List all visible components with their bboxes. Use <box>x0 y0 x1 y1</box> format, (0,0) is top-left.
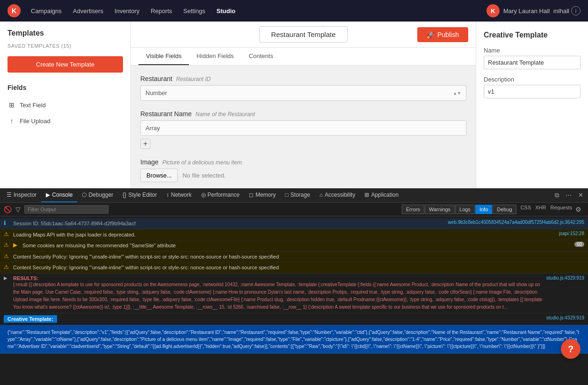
restaurant-field-arrows: ▲▼ <box>453 91 461 96</box>
results-text: {:result ({:description A template to us… <box>13 281 544 311</box>
log-entry-csp1: ⚠ Content Security Policy: Ignoring "'un… <box>0 252 588 263</box>
network-icon: ↕ <box>166 192 169 198</box>
log-text-csp1: Content Security Policy: Ignoring "'unsa… <box>13 253 584 261</box>
restaurant-field-row: Restaurant Restaurant ID Number ▲▼ <box>140 75 466 101</box>
restaurant-name-field-input[interactable]: Array <box>140 120 466 136</box>
restaurant-name-field-row: Restaurant Name Name of the Restaurant A… <box>140 110 466 149</box>
description-field-label: Description <box>484 76 581 83</box>
restaurant-name-field-sublabel: Name of the Restaurant <box>196 111 255 118</box>
inspector-icon: ☰ <box>7 192 12 198</box>
name-input[interactable] <box>484 56 581 69</box>
errors-btn[interactable]: Errors <box>402 205 424 214</box>
triangle-icon-cookies: ▶ <box>13 242 20 248</box>
create-template-button[interactable]: Create New Template <box>7 56 123 73</box>
storage-icon: □ <box>285 192 289 198</box>
file-upload-label: File Upload <box>20 118 51 125</box>
image-field-row: Image Picture of a delicious menu item B… <box>140 158 466 182</box>
clear-console-icon[interactable]: 🚫 <box>4 206 12 213</box>
no-file-label: No file selected. <box>182 172 226 179</box>
text-field-label: Text Field <box>20 102 46 109</box>
file-upload-item[interactable]: ↑ File Upload <box>7 113 123 129</box>
image-field-sublabel: Picture of a delicious menu item <box>162 159 242 166</box>
left-sidebar: Templates SAVED TEMPLATES (15) Create Ne… <box>0 22 131 188</box>
inspector-label: Inspector <box>14 192 36 198</box>
info-btn[interactable]: Info <box>475 205 492 214</box>
devtools-dock-button[interactable]: ⧉ <box>552 190 562 201</box>
console-settings-icon[interactable]: ⚙ <box>573 205 584 214</box>
log-link-maps[interactable]: jsapi:152:28 <box>559 231 584 236</box>
help-fab-button[interactable]: ? <box>561 339 581 359</box>
devtools-tabs: ☰ Inspector ▶ Console ⬡ Debugger {} Styl… <box>0 188 588 203</box>
devtools-tab-memory[interactable]: ◻ Memory <box>244 188 280 202</box>
devtools-tab-network[interactable]: ↕ Network <box>161 188 196 202</box>
tabs-bar: Visible Fields Hidden Fields Contents <box>131 48 476 66</box>
debug-btn[interactable]: Debug <box>493 205 516 214</box>
devtools-tab-accessibility[interactable]: ⌂ Accessibility <box>315 188 360 202</box>
devtools-tab-debugger[interactable]: ⬡ Debugger <box>77 188 118 202</box>
nav-inventory[interactable]: Inventory <box>110 5 144 17</box>
tab-visible-fields[interactable]: Visible Fields <box>138 48 189 65</box>
devtools-tab-application[interactable]: ⊞ Application <box>360 188 403 202</box>
publish-label: Publish <box>437 31 459 38</box>
right-panel: Creative Template Name Description <box>476 22 588 188</box>
user-menu[interactable]: K Mary Lauran Hall mlhall <box>486 4 569 17</box>
results-link[interactable]: studio.js:4329:919 <box>546 275 584 281</box>
devtools-tab-performance[interactable]: ◎ Performance <box>196 188 245 202</box>
results-expand-icon[interactable]: ▶ <box>4 275 10 281</box>
top-navigation: K Campaigns Advertisers Inventory Report… <box>0 0 588 22</box>
log-link-session[interactable]: web.9b3c8eb1c4005834524a7a4ad00df5725f4a… <box>448 220 584 225</box>
nav-settings[interactable]: Settings <box>179 5 210 17</box>
tab-contents[interactable]: Contents <box>241 48 281 65</box>
devtools-panel: ☰ Inspector ▶ Console ⬡ Debugger {} Styl… <box>0 188 588 385</box>
browse-button[interactable]: Browse... <box>140 169 178 182</box>
devtools-tab-inspector[interactable]: ☰ Inspector <box>2 188 41 202</box>
nav-campaigns[interactable]: Campaigns <box>26 5 66 17</box>
template-title-bar: Restaurant Template 🚀 Publish <box>131 22 476 48</box>
nav-reports[interactable]: Reports <box>146 5 177 17</box>
log-entry-session: ℹ Session ID: 55dc1aac-5a64-4737-8984-d2… <box>0 218 588 230</box>
restaurant-name-field-label: Restaurant Name <box>140 110 192 118</box>
logs-btn[interactable]: Logs <box>455 205 475 214</box>
add-field-button[interactable]: + <box>140 139 151 149</box>
warnings-btn[interactable]: Warnings <box>425 205 455 214</box>
style-editor-icon: {} <box>123 192 126 198</box>
main-layout: Templates SAVED TEMPLATES (15) Create Ne… <box>0 22 588 385</box>
publish-button[interactable]: 🚀 Publish <box>417 27 468 42</box>
description-input[interactable] <box>484 85 581 98</box>
info-button[interactable]: i <box>571 6 581 15</box>
restaurant-field-value: Number <box>145 89 167 96</box>
filter-icon[interactable]: ▽ <box>15 206 21 213</box>
devtools-close-button[interactable]: ✕ <box>575 190 586 201</box>
creative-template-json: {"name":"Restaurant Template","descripti… <box>4 327 584 352</box>
log-entry-creative-json: {"name":"Restaurant Template","descripti… <box>0 325 588 354</box>
name-field-label: Name <box>484 47 581 54</box>
nav-advertisers[interactable]: Advertisers <box>68 5 108 17</box>
performance-label: Performance <box>208 192 240 198</box>
performance-icon: ◎ <box>201 192 206 198</box>
text-field-icon: ⊞ <box>7 101 16 109</box>
center-panel: Restaurant Template 🚀 Publish Visible Fi… <box>131 22 476 188</box>
memory-icon: ◻ <box>249 192 254 198</box>
network-label: Network <box>171 192 191 198</box>
text-field-item[interactable]: ⊞ Text Field <box>7 97 123 113</box>
warn-icon-csp2: ⚠ <box>4 264 10 270</box>
accessibility-label: Accessibility <box>325 192 355 198</box>
tab-hidden-fields[interactable]: Hidden Fields <box>189 48 241 65</box>
filter-input[interactable] <box>24 205 109 214</box>
cookie-badge: 60 <box>574 242 584 247</box>
devtools-tab-console[interactable]: ▶ Console <box>41 188 77 202</box>
accessibility-icon: ⌂ <box>319 192 323 198</box>
warn-icon-cookies: ⚠ <box>4 242 10 248</box>
right-panel-title: Creative Template <box>484 31 581 39</box>
devtools-body: ℹ Session ID: 55dc1aac-5a64-4737-8984-d2… <box>0 216 588 385</box>
warn-icon-maps: ⚠ <box>4 231 10 237</box>
devtools-tab-style-editor[interactable]: {} Style Editor <box>118 188 161 202</box>
results-block: RESULTS: {:result ({:description A templ… <box>13 275 544 311</box>
creative-template-link[interactable]: studio.js:4329:919 <box>546 315 584 320</box>
devtools-tab-storage[interactable]: □ Storage <box>281 188 315 202</box>
debugger-label: Debugger <box>88 192 113 198</box>
saved-templates-label: SAVED TEMPLATES (15) <box>7 43 123 49</box>
restaurant-field-input[interactable]: Number ▲▼ <box>140 85 466 101</box>
nav-studio[interactable]: Studio <box>212 5 240 17</box>
devtools-more-button[interactable]: ⋯ <box>563 190 574 201</box>
